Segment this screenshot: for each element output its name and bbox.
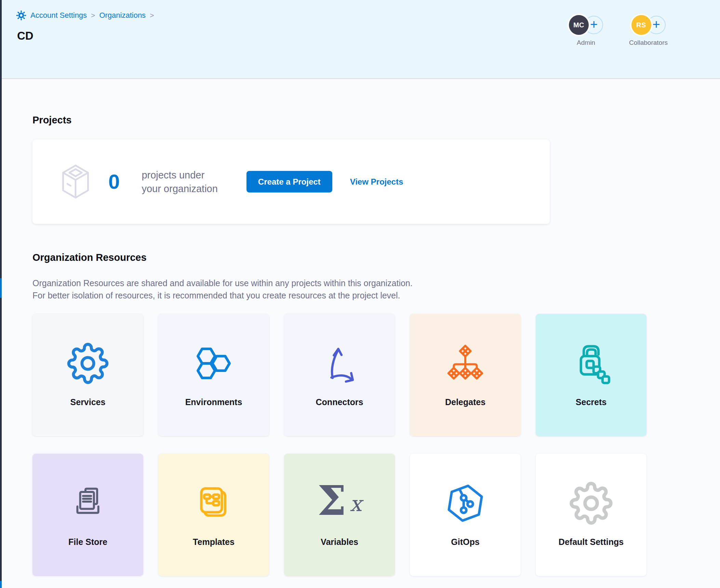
organization-overview-page: Account Settings > Organizations > CD MC… bbox=[0, 0, 720, 588]
tile-default-settings[interactable]: Default Settings bbox=[536, 454, 646, 576]
org-members: MC + Admin RS + Collaborators bbox=[569, 15, 668, 46]
collapsed-sidebar-rail[interactable] bbox=[0, 0, 2, 588]
breadcrumb: Account Settings > Organizations > bbox=[16, 10, 158, 21]
view-projects-link[interactable]: View Projects bbox=[350, 177, 403, 187]
file-store-icon bbox=[68, 478, 108, 529]
tile-gitops[interactable]: GitOps bbox=[410, 454, 521, 576]
organization-resources-description: Organization Resources are shared and av… bbox=[32, 277, 646, 302]
breadcrumb-separator: > bbox=[150, 11, 154, 19]
tile-label: GitOps bbox=[451, 537, 479, 547]
tile-templates[interactable]: Templates bbox=[158, 454, 269, 576]
projects-summary-card: 0 projects under your organization Creat… bbox=[32, 139, 550, 224]
secrets-lock-icon bbox=[570, 338, 612, 389]
tile-label: Default Settings bbox=[559, 537, 624, 547]
caption-line-2: your organization bbox=[142, 182, 217, 196]
tile-environments[interactable]: Environments bbox=[158, 314, 269, 436]
tile-label: Connectors bbox=[316, 397, 363, 407]
sidebar-rail-highlight bbox=[0, 581, 2, 588]
description-line-1: Organization Resources are shared and av… bbox=[32, 277, 646, 289]
gitops-branch-icon bbox=[445, 478, 486, 529]
tile-label: Secrets bbox=[576, 397, 606, 407]
main-content: Projects 0 projects under your organizat… bbox=[32, 79, 646, 576]
tile-secrets[interactable]: Secrets bbox=[536, 314, 646, 436]
projects-heading: Projects bbox=[32, 115, 646, 126]
page-title: CD bbox=[17, 29, 34, 42]
tile-services[interactable]: Services bbox=[32, 314, 143, 436]
resource-tiles-grid: Services Environments bbox=[32, 314, 646, 576]
breadcrumb-separator: > bbox=[91, 11, 95, 19]
collaborators-label: Collaborators bbox=[629, 39, 668, 46]
delegates-tree-icon bbox=[445, 338, 486, 389]
settings-gear-icon bbox=[16, 10, 26, 21]
sidebar-rail-highlight bbox=[0, 278, 2, 298]
organization-resources-heading: Organization Resources bbox=[32, 252, 646, 263]
environments-hexagons-icon bbox=[190, 338, 237, 389]
caption-line-1: projects under bbox=[142, 168, 217, 182]
default-settings-gear-icon bbox=[570, 478, 613, 529]
tile-file-store[interactable]: File Store bbox=[32, 454, 143, 576]
create-project-button[interactable]: Create a Project bbox=[246, 171, 332, 192]
project-count: 0 bbox=[108, 170, 120, 193]
services-gear-icon bbox=[67, 338, 109, 389]
tile-label: Templates bbox=[193, 537, 235, 547]
collaborators-group: RS + Collaborators bbox=[629, 15, 668, 46]
page-header: Account Settings > Organizations > CD MC… bbox=[0, 0, 720, 79]
templates-icon bbox=[193, 478, 234, 529]
breadcrumb-organizations[interactable]: Organizations bbox=[99, 11, 146, 20]
sigma-glyph: Σ bbox=[317, 475, 346, 526]
tile-label: Services bbox=[70, 397, 106, 407]
tile-connectors[interactable]: Connectors bbox=[284, 314, 395, 436]
project-count-caption: projects under your organization bbox=[142, 168, 217, 196]
admin-avatar[interactable]: MC bbox=[569, 15, 589, 35]
tile-variables[interactable]: Σ x Variables bbox=[284, 454, 395, 576]
tile-label: File Store bbox=[68, 537, 107, 547]
tile-label: Delegates bbox=[445, 397, 485, 407]
collaborator-avatar[interactable]: RS bbox=[631, 15, 651, 35]
tile-label: Environments bbox=[185, 397, 242, 407]
tile-label: Variables bbox=[321, 537, 358, 547]
tile-delegates[interactable]: Delegates bbox=[410, 314, 521, 436]
admin-label: Admin bbox=[577, 39, 595, 46]
description-line-2: For better isolation of resources, it is… bbox=[32, 289, 646, 302]
project-cube-icon bbox=[59, 163, 92, 200]
connectors-arrows-icon bbox=[319, 338, 360, 389]
variables-sigma-icon: Σ x bbox=[314, 478, 365, 529]
admin-group: MC + Admin bbox=[569, 15, 603, 46]
italic-x-glyph: x bbox=[350, 491, 362, 516]
breadcrumb-account-settings[interactable]: Account Settings bbox=[30, 11, 87, 20]
